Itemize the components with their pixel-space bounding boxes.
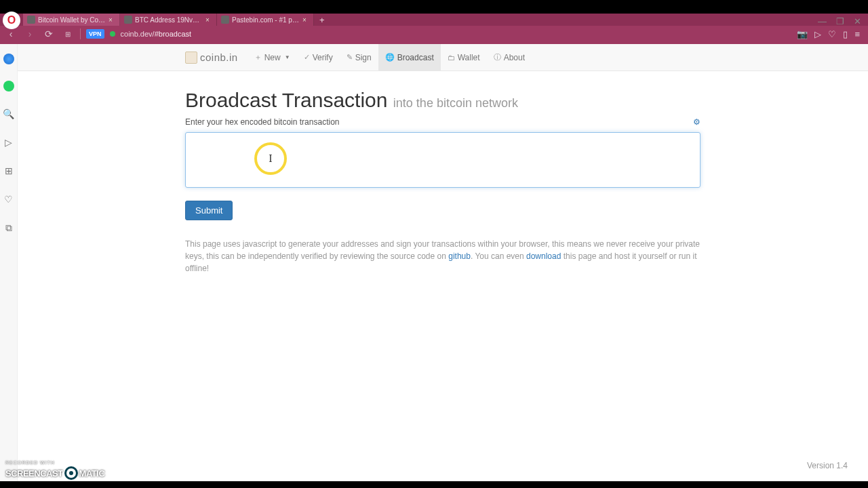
page-title: Broadcast Transaction into the bitcoin n… bbox=[185, 89, 701, 112]
heart-icon[interactable]: ♡ bbox=[3, 193, 15, 205]
url-path: #broadcast bbox=[155, 30, 191, 38]
url-display[interactable]: coinb.dev/#broadcast bbox=[121, 30, 192, 38]
search-icon[interactable]: 🔍 bbox=[3, 108, 15, 120]
nav-wallet[interactable]: 🗀 Wallet bbox=[441, 44, 487, 71]
url-host: coinb.dev/ bbox=[121, 30, 155, 38]
brand-text: coinb.in bbox=[200, 52, 238, 63]
nav-label: Verify bbox=[313, 53, 333, 62]
title-main: Broadcast Transaction bbox=[185, 89, 388, 111]
tab-close-icon[interactable]: × bbox=[302, 16, 309, 24]
favicon-icon bbox=[221, 16, 229, 24]
nav-label: New bbox=[264, 53, 281, 62]
address-bar-row: ‹ › ⟳ ⊞ VPN coinb.dev/#broadcast 📷 ▷ ♡ ▯… bbox=[0, 26, 868, 42]
snapshot-icon[interactable]: 📷 bbox=[797, 29, 808, 39]
sidebar-icon[interactable]: ▯ bbox=[843, 29, 848, 39]
play-icon[interactable]: ▷ bbox=[3, 136, 15, 148]
security-indicator-icon bbox=[110, 31, 115, 37]
tab-label: Bitcoin Wallet by Coinb.in bbox=[38, 16, 106, 24]
nav-about[interactable]: ⓘ About bbox=[487, 44, 532, 71]
watermark-text: SCREENCAST bbox=[5, 468, 63, 479]
letterbox-top bbox=[0, 0, 868, 8]
site-navbar: coinb.in ＋ New ▼ ✓ Verify ✎ Sign 🌐 Br bbox=[18, 44, 868, 71]
info-icon: ⓘ bbox=[494, 52, 501, 62]
nav-new[interactable]: ＋ New ▼ bbox=[248, 44, 297, 71]
globe-icon: 🌐 bbox=[385, 53, 395, 62]
favicon-icon bbox=[124, 16, 132, 24]
whatsapp-icon[interactable] bbox=[3, 81, 14, 92]
check-icon: ✓ bbox=[304, 53, 310, 62]
letterbox-bottom bbox=[0, 481, 868, 488]
nav-label: About bbox=[504, 53, 525, 62]
tab-label: Pastebin.com - #1 paste t… bbox=[232, 16, 300, 24]
tab-btcaddress[interactable]: BTC Address 19NvH453sn… × bbox=[120, 14, 217, 26]
minimize-button[interactable]: — bbox=[818, 16, 827, 26]
vpn-badge[interactable]: VPN bbox=[86, 29, 104, 39]
gear-icon[interactable]: ⚙ bbox=[693, 117, 701, 127]
speed-dial-icon[interactable]: ⊞ bbox=[61, 27, 75, 41]
submit-button[interactable]: Submit bbox=[185, 201, 233, 220]
input-hint: Enter your hex encoded bitcoin transacti… bbox=[185, 117, 339, 127]
reload-button[interactable]: ⟳ bbox=[42, 27, 56, 41]
chevron-down-icon: ▼ bbox=[285, 54, 290, 60]
maximize-button[interactable]: ❐ bbox=[836, 16, 844, 26]
favicon-icon bbox=[27, 16, 35, 24]
window-controls: — ❐ ✕ bbox=[811, 14, 868, 29]
tab-coinbin[interactable]: Bitcoin Wallet by Coinb.in × bbox=[23, 14, 120, 26]
tab-strip: Bitcoin Wallet by Coinb.in × BTC Address… bbox=[0, 14, 868, 26]
back-button[interactable]: ‹ bbox=[4, 27, 18, 41]
browser-chrome: Bitcoin Wallet by Coinb.in × BTC Address… bbox=[0, 14, 868, 44]
speed-dial-icon[interactable]: ⊞ bbox=[3, 165, 15, 177]
nav-broadcast[interactable]: 🌐 Broadcast bbox=[378, 44, 441, 71]
new-tab-button[interactable]: + bbox=[314, 15, 330, 25]
watermark-tagline: RECORDED WITH bbox=[5, 460, 104, 465]
forward-button[interactable]: › bbox=[23, 27, 37, 41]
tab-close-icon[interactable]: × bbox=[108, 16, 115, 24]
version-label: Version 1.4 bbox=[807, 461, 848, 470]
tab-label: BTC Address 19NvH453sn… bbox=[135, 16, 203, 24]
page-content: coinb.in ＋ New ▼ ✓ Verify ✎ Sign 🌐 Br bbox=[18, 44, 868, 481]
tab-pastebin[interactable]: Pastebin.com - #1 paste t… × bbox=[217, 14, 314, 26]
close-button[interactable]: ✕ bbox=[854, 16, 861, 26]
nav-verify[interactable]: ✓ Verify bbox=[297, 44, 340, 71]
easy-setup-icon[interactable]: ≡ bbox=[854, 29, 860, 39]
screencast-watermark: RECORDED WITH SCREENCAST MATIC bbox=[5, 460, 104, 480]
nav-label: Wallet bbox=[458, 53, 480, 62]
folder-icon: 🗀 bbox=[448, 54, 455, 62]
heart-icon[interactable]: ♡ bbox=[828, 29, 836, 39]
title-sub: into the bitcoin network bbox=[393, 96, 518, 110]
media-icon[interactable]: ▷ bbox=[814, 29, 821, 39]
brand-icon bbox=[185, 52, 197, 64]
watermark-ring-icon bbox=[64, 466, 78, 480]
nav-label: Broadcast bbox=[397, 53, 434, 62]
history-icon[interactable]: ⧉ bbox=[3, 222, 15, 234]
raw-tx-input[interactable] bbox=[185, 132, 701, 188]
nav-sign[interactable]: ✎ Sign bbox=[340, 44, 378, 71]
plus-icon: ＋ bbox=[254, 52, 262, 62]
disclaimer-text: . You can even bbox=[471, 251, 526, 261]
tab-close-icon[interactable]: × bbox=[205, 16, 212, 24]
site-brand[interactable]: coinb.in bbox=[185, 52, 238, 64]
watermark-text: MATIC bbox=[79, 468, 105, 479]
github-link[interactable]: github bbox=[448, 251, 471, 261]
nav-label: Sign bbox=[355, 53, 372, 62]
pencil-icon: ✎ bbox=[347, 53, 353, 62]
download-link[interactable]: download bbox=[526, 251, 561, 261]
left-sidebar: 🔍 ▷ ⊞ ♡ ⧉ bbox=[0, 44, 18, 481]
disclaimer: This page uses javascript to generate yo… bbox=[185, 238, 701, 274]
messenger-icon[interactable] bbox=[3, 54, 14, 64]
